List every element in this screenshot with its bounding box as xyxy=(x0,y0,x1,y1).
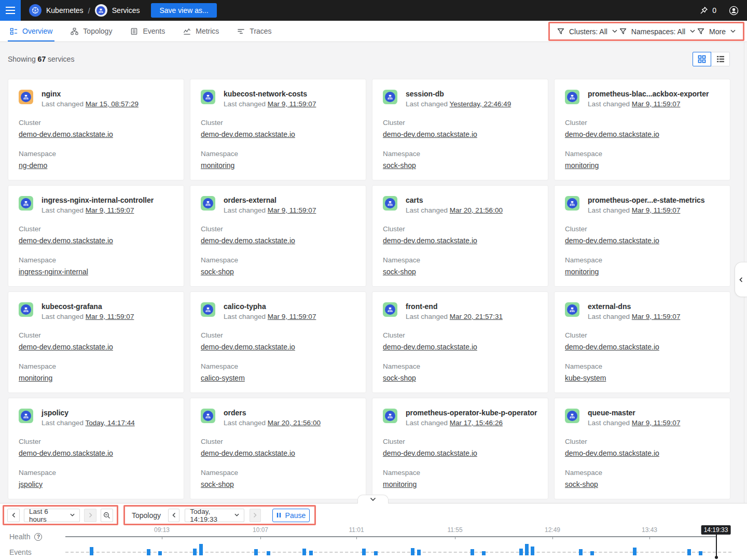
last-changed-link[interactable]: Mar 9, 11:59:07 xyxy=(632,313,681,320)
event-bar[interactable] xyxy=(147,549,150,555)
tab-traces[interactable]: Traces xyxy=(235,21,273,41)
cluster-link[interactable]: demo-dev.demo.stackstate.io xyxy=(383,449,477,457)
last-changed-link[interactable]: Mar 9, 11:59:07 xyxy=(268,313,316,320)
last-changed-link[interactable]: Mar 9, 11:59:07 xyxy=(632,206,681,214)
event-bar[interactable] xyxy=(411,548,414,555)
filter-clusters[interactable]: Clusters: All xyxy=(557,27,617,36)
zoom-out-icon[interactable] xyxy=(101,509,113,522)
tab-events[interactable]: Events xyxy=(128,21,167,41)
last-changed-link[interactable]: Mar 20, 21:57:31 xyxy=(450,313,503,320)
service-card[interactable]: prometheus-oper...e-state-metrics Last c… xyxy=(554,185,730,287)
tab-metrics[interactable]: Metrics xyxy=(181,21,221,41)
namespace-link[interactable]: calico-system xyxy=(201,374,245,382)
namespace-link[interactable]: ingress-nginx-internal xyxy=(19,268,88,276)
cluster-link[interactable]: demo-dev.demo.stackstate.io xyxy=(565,130,659,138)
event-bar[interactable] xyxy=(309,551,313,555)
last-changed-link[interactable]: Mar 9, 11:59:07 xyxy=(268,206,316,214)
event-bar[interactable] xyxy=(482,551,486,555)
last-changed-link[interactable]: Mar 9, 11:59:07 xyxy=(86,206,134,214)
service-card[interactable]: front-end Last changed Mar 20, 21:57:31 … xyxy=(372,291,548,393)
service-card[interactable]: orders-external Last changed Mar 9, 11:5… xyxy=(190,185,366,287)
events-timeline[interactable] xyxy=(65,552,731,553)
service-card[interactable]: nginx Last changed Mar 15, 08:57:29 Clus… xyxy=(8,79,184,180)
namespace-link[interactable]: sock-shop xyxy=(383,268,416,276)
last-changed-link[interactable]: Mar 9, 11:59:07 xyxy=(632,100,681,108)
namespace-link[interactable]: monitoring xyxy=(383,480,417,488)
last-changed-link[interactable]: Yesterday, 22:46:49 xyxy=(450,100,511,108)
pause-button[interactable]: Pause xyxy=(272,509,310,522)
namespace-link[interactable]: monitoring xyxy=(19,374,52,382)
tab-topology[interactable]: Topology xyxy=(68,21,114,41)
cluster-link[interactable]: demo-dev.demo.stackstate.io xyxy=(383,343,477,351)
last-changed-link[interactable]: Mar 17, 15:46:26 xyxy=(450,419,503,427)
event-bar[interactable] xyxy=(193,549,197,555)
event-bar[interactable] xyxy=(267,551,270,555)
service-card[interactable]: carts Last changed Mar 20, 21:56:00 Clus… xyxy=(372,185,548,287)
cluster-link[interactable]: demo-dev.demo.stackstate.io xyxy=(565,449,659,457)
cluster-link[interactable]: demo-dev.demo.stackstate.io xyxy=(19,236,113,245)
last-changed-link[interactable]: Mar 15, 08:57:29 xyxy=(86,100,139,108)
save-view-as-button[interactable]: Save view as... xyxy=(151,3,216,18)
expand-right-panel-button[interactable] xyxy=(735,262,747,297)
pinned-views-button[interactable]: 0 xyxy=(699,6,716,15)
service-card[interactable]: calico-typha Last changed Mar 9, 11:59:0… xyxy=(190,291,366,393)
event-bar[interactable] xyxy=(302,549,306,555)
namespace-link[interactable]: kube-system xyxy=(565,374,606,382)
last-changed-link[interactable]: Mar 9, 11:59:07 xyxy=(632,419,681,427)
event-bar[interactable] xyxy=(362,549,366,555)
event-bar[interactable] xyxy=(525,544,529,555)
namespace-link[interactable]: monitoring xyxy=(565,268,599,276)
event-bar[interactable] xyxy=(519,549,523,555)
namespace-link[interactable]: sock-shop xyxy=(201,268,234,276)
range-back-button[interactable] xyxy=(7,509,20,522)
cluster-link[interactable]: demo-dev.demo.stackstate.io xyxy=(201,449,295,457)
cluster-link[interactable]: demo-dev.demo.stackstate.io xyxy=(201,130,295,138)
cluster-link[interactable]: demo-dev.demo.stackstate.io xyxy=(19,130,113,138)
event-bar[interactable] xyxy=(417,550,421,555)
service-card[interactable]: session-db Last changed Yesterday, 22:46… xyxy=(372,79,548,180)
last-changed-link[interactable]: Mar 9, 11:59:07 xyxy=(86,313,134,320)
service-card[interactable]: prometheus-blac...ackbox-exporter Last c… xyxy=(554,79,730,180)
breadcrumb-kubernetes[interactable]: Kubernetes xyxy=(29,4,84,17)
tab-overview[interactable]: Overview xyxy=(8,21,54,41)
service-card[interactable]: kubecost-network-costs Last changed Mar … xyxy=(190,79,366,180)
cluster-link[interactable]: demo-dev.demo.stackstate.io xyxy=(201,343,295,351)
event-bar[interactable] xyxy=(687,549,691,555)
namespace-link[interactable]: monitoring xyxy=(565,161,599,170)
cluster-link[interactable]: demo-dev.demo.stackstate.io xyxy=(19,343,113,351)
cluster-link[interactable]: demo-dev.demo.stackstate.io xyxy=(383,130,477,138)
cluster-link[interactable]: demo-dev.demo.stackstate.io xyxy=(565,236,659,245)
namespace-link[interactable]: ng-demo xyxy=(19,161,47,170)
namespace-link[interactable]: sock-shop xyxy=(565,480,598,488)
event-bar[interactable] xyxy=(699,551,702,555)
last-changed-link[interactable]: Mar 9, 11:59:07 xyxy=(268,100,316,108)
event-bar[interactable] xyxy=(590,551,594,555)
service-card[interactable]: ingress-nginx-internal-controller Last c… xyxy=(8,185,184,287)
cluster-link[interactable]: demo-dev.demo.stackstate.io xyxy=(383,236,477,245)
cluster-link[interactable]: demo-dev.demo.stackstate.io xyxy=(19,449,113,457)
time-forward-button[interactable] xyxy=(250,509,261,522)
event-bar[interactable] xyxy=(254,549,258,555)
namespace-link[interactable]: sock-shop xyxy=(201,480,234,488)
health-timeline[interactable] xyxy=(65,536,716,537)
event-bar[interactable] xyxy=(90,547,93,555)
cluster-link[interactable]: demo-dev.demo.stackstate.io xyxy=(201,236,295,245)
range-forward-button[interactable] xyxy=(84,509,96,522)
event-bar[interactable] xyxy=(199,544,203,555)
collapse-timeline-button[interactable] xyxy=(357,495,389,503)
cluster-link[interactable]: demo-dev.demo.stackstate.io xyxy=(565,343,659,351)
service-card[interactable]: external-dns Last changed Mar 9, 11:59:0… xyxy=(554,291,730,393)
time-range-dropdown[interactable]: Last 6 hours xyxy=(24,509,80,522)
account-icon[interactable] xyxy=(729,6,739,16)
filter-namespaces[interactable]: Namespaces: All xyxy=(619,27,695,36)
event-bar[interactable] xyxy=(471,549,474,555)
help-icon[interactable]: ? xyxy=(34,533,42,541)
last-changed-link[interactable]: Mar 20, 21:56:00 xyxy=(268,419,321,427)
service-card[interactable]: kubecost-grafana Last changed Mar 9, 11:… xyxy=(8,291,184,393)
event-bar[interactable] xyxy=(633,548,637,555)
namespace-link[interactable]: monitoring xyxy=(201,161,234,170)
namespace-link[interactable]: jspolicy xyxy=(19,480,43,488)
current-time-dropdown[interactable]: Today, 14:19:33 xyxy=(185,509,244,522)
last-changed-link[interactable]: Today, 14:17:44 xyxy=(86,419,135,427)
event-bar[interactable] xyxy=(158,551,162,555)
